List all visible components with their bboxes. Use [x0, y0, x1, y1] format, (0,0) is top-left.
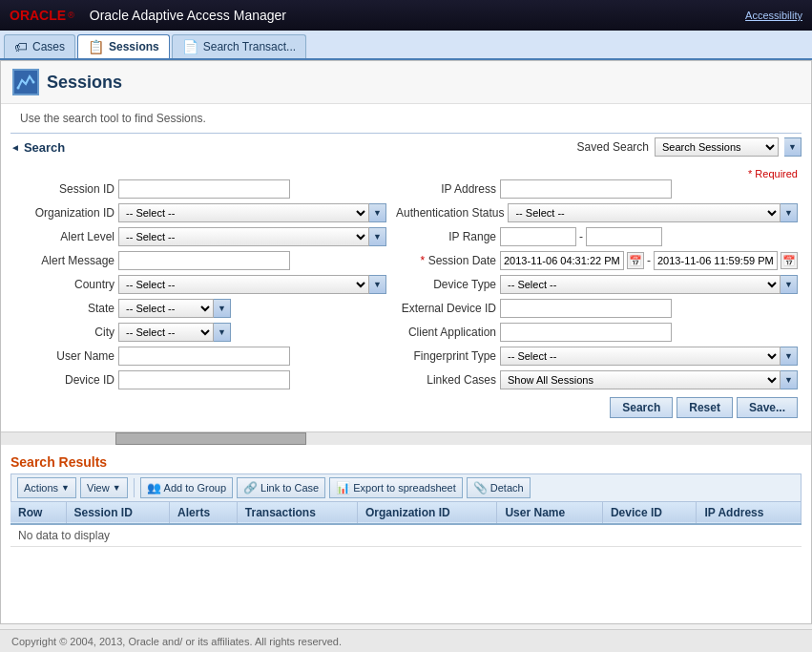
- scroll-thumb[interactable]: [115, 432, 306, 445]
- device-type-label: Device Type: [396, 278, 496, 291]
- session-date-label: Session Date: [396, 254, 496, 267]
- actions-button[interactable]: Actions ▼: [17, 477, 76, 498]
- col-device-id: Device ID: [602, 502, 696, 524]
- username-input[interactable]: [118, 347, 290, 366]
- no-data-cell: No data to display: [10, 524, 802, 547]
- col-org-id: Organization ID: [357, 502, 496, 524]
- alert-message-row: Alert Message: [14, 251, 386, 270]
- city-dropdown-btn[interactable]: ▼: [214, 323, 231, 342]
- city-row: City -- Select -- ▼: [14, 323, 386, 342]
- col-ip-address: IP Address: [697, 502, 802, 524]
- client-app-input[interactable]: [500, 323, 672, 342]
- search-action-buttons: Search Reset Save...: [10, 397, 802, 418]
- fingerprint-type-select-wrapper: -- Select -- ▼: [500, 347, 798, 366]
- tab-sessions-label: Sessions: [109, 40, 159, 53]
- city-select[interactable]: -- Select --: [118, 323, 214, 342]
- add-to-group-button[interactable]: 👥 Add to Group: [140, 477, 233, 498]
- org-id-select[interactable]: -- Select --: [118, 203, 369, 222]
- saved-search-area: Saved Search Search Sessions ▼: [577, 137, 802, 157]
- saved-search-dropdown-btn[interactable]: ▼: [784, 137, 802, 157]
- fingerprint-type-dropdown-btn[interactable]: ▼: [781, 347, 798, 366]
- device-id-input[interactable]: [118, 370, 290, 389]
- ip-range-to-input[interactable]: [586, 227, 662, 246]
- horizontal-scrollbar[interactable]: [1, 431, 811, 445]
- fingerprint-type-row: Fingerprint Type -- Select -- ▼: [396, 347, 798, 366]
- alert-level-dropdown-btn[interactable]: ▼: [369, 227, 386, 246]
- client-app-label: Client Application: [396, 326, 496, 339]
- view-button[interactable]: View ▼: [80, 477, 128, 498]
- ext-device-id-label: External Device ID: [396, 302, 496, 315]
- alert-message-label: Alert Message: [14, 254, 115, 267]
- col-transactions: Transactions: [237, 502, 357, 524]
- main-content: Sessions Use the search tool to find Ses…: [0, 60, 812, 624]
- session-date-row: Session Date 📅 - 📅: [396, 251, 798, 270]
- col-alerts: Alerts: [170, 502, 238, 524]
- device-type-dropdown-btn[interactable]: ▼: [781, 275, 798, 294]
- fingerprint-type-select[interactable]: -- Select --: [500, 347, 781, 366]
- linked-cases-dropdown-btn[interactable]: ▼: [781, 370, 798, 389]
- state-dropdown-btn[interactable]: ▼: [214, 299, 231, 318]
- tab-sessions[interactable]: 📋 Sessions: [77, 34, 170, 58]
- country-select[interactable]: -- Select --: [118, 275, 369, 294]
- link-to-case-button[interactable]: 🔗 Link to Case: [237, 477, 325, 498]
- username-label: User Name: [14, 349, 115, 363]
- state-select[interactable]: -- Select --: [118, 299, 214, 318]
- col-row: Row: [10, 502, 66, 524]
- tab-search-transactions[interactable]: 📄 Search Transact...: [172, 34, 306, 58]
- sessions-icon: 📋: [88, 39, 104, 54]
- svg-point-0: [17, 87, 20, 90]
- country-dropdown-btn[interactable]: ▼: [369, 275, 386, 294]
- city-select-wrapper: -- Select -- ▼: [118, 323, 386, 342]
- date-to-picker-icon[interactable]: 📅: [781, 252, 798, 269]
- form-left-column: Session ID Organization ID -- Select -- …: [14, 179, 386, 389]
- client-app-row: Client Application: [396, 323, 798, 342]
- ip-range-separator: -: [579, 230, 583, 243]
- required-note: * Required: [10, 168, 802, 179]
- ip-address-input[interactable]: [500, 179, 672, 199]
- session-date-from-input[interactable]: [500, 251, 624, 270]
- session-date-range: 📅 - 📅: [500, 251, 798, 270]
- auth-status-dropdown-btn[interactable]: ▼: [781, 203, 798, 222]
- search-button[interactable]: Search: [610, 397, 673, 418]
- page-title-bar: Sessions: [1, 61, 811, 104]
- alert-message-input[interactable]: [118, 251, 290, 270]
- save-button[interactable]: Save...: [737, 397, 798, 418]
- fingerprint-type-label: Fingerprint Type: [396, 349, 496, 363]
- ext-device-id-input[interactable]: [500, 299, 672, 318]
- session-date-to-input[interactable]: [654, 251, 778, 270]
- link-to-case-icon: 🔗: [243, 481, 258, 494]
- saved-search-select[interactable]: Search Sessions: [655, 137, 779, 157]
- device-type-select[interactable]: -- Select --: [500, 275, 781, 294]
- auth-status-row: Authentication Status -- Select -- ▼: [396, 203, 798, 222]
- state-label: State: [14, 302, 115, 315]
- alert-level-select[interactable]: -- Select --: [118, 227, 369, 246]
- tabs-bar: 🏷 Cases 📋 Sessions 📄 Search Transact...: [0, 31, 812, 60]
- accessibility-link[interactable]: Accessibility: [745, 10, 802, 21]
- session-id-input[interactable]: [118, 179, 290, 199]
- auth-status-label: Authentication Status: [396, 206, 504, 220]
- actions-dropdown-arrow: ▼: [61, 483, 70, 493]
- detach-label: Detach: [490, 482, 524, 494]
- reset-button[interactable]: Reset: [677, 397, 733, 418]
- view-label: View: [87, 482, 110, 494]
- city-label: City: [14, 326, 115, 339]
- app-header: ORACLE ® Oracle Adaptive Access Manager …: [0, 0, 812, 31]
- auth-status-select[interactable]: -- Select --: [508, 203, 781, 222]
- ip-range-label: IP Range: [396, 230, 496, 243]
- detach-button[interactable]: 📎 Detach: [467, 477, 531, 498]
- cases-icon: 🏷: [14, 39, 28, 54]
- export-label: Export to spreadsheet: [353, 482, 456, 494]
- linked-cases-select[interactable]: Show All Sessions: [500, 370, 781, 389]
- linked-cases-row: Linked Cases Show All Sessions ▼: [396, 370, 798, 389]
- tab-cases[interactable]: 🏷 Cases: [4, 34, 75, 58]
- export-button[interactable]: 📊 Export to spreadsheet: [329, 477, 463, 498]
- org-id-row: Organization ID -- Select -- ▼: [14, 203, 386, 222]
- device-type-row: Device Type -- Select -- ▼: [396, 275, 798, 294]
- ip-range-from-input[interactable]: [500, 227, 576, 246]
- org-id-dropdown-btn[interactable]: ▼: [369, 203, 386, 222]
- session-id-label: Session ID: [14, 182, 115, 196]
- oracle-logo: ORACLE ®: [10, 8, 74, 23]
- results-toolbar: Actions ▼ View ▼ 👥 Add to Group 🔗 Link t…: [10, 473, 802, 502]
- username-row: User Name: [14, 347, 386, 366]
- date-from-picker-icon[interactable]: 📅: [627, 252, 644, 269]
